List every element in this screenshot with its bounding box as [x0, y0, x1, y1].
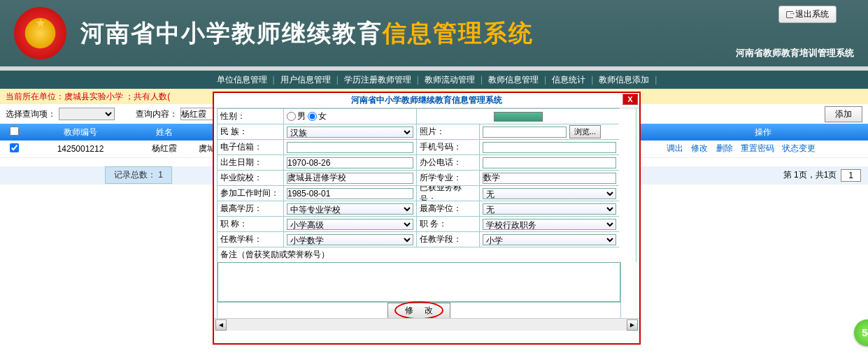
page-info: 第 1页，共1页 [783, 169, 837, 181]
office-label: 办公电话： [416, 154, 479, 170]
remark-area [217, 262, 621, 303]
photo-label: 照片： [416, 124, 479, 139]
degree-select[interactable]: 无 [483, 203, 616, 215]
edu-label: 最高学历： [217, 201, 283, 216]
add-button[interactable]: 添加 [825, 106, 862, 122]
gender-female-radio[interactable] [308, 112, 317, 121]
birth-input[interactable] [287, 157, 413, 168]
birth-label: 出生日期： [217, 154, 283, 170]
degree-label: 最高学位： [416, 201, 479, 216]
cell-ops: 调出 修改 删除 重置密码 状态变更 [658, 141, 868, 157]
record-count: 记录总数： 1 [105, 166, 172, 184]
form-grid: 性别： 男 女 民 族： 汉族 照片： 浏览... 电子信箱： 手机号码： 出生… [217, 108, 636, 262]
remark-label: 备注（曾获奖励或荣誉称号） [217, 247, 619, 262]
op-delete[interactable]: 删除 [716, 143, 733, 153]
grad-school-label: 毕业院校： [217, 170, 283, 185]
op-reset-pwd[interactable]: 重置密码 [741, 143, 774, 153]
op-status[interactable]: 状态变更 [782, 143, 816, 153]
cell-id: 1425001212 [28, 141, 133, 157]
work-date-input[interactable] [287, 188, 413, 199]
photo-preview [416, 108, 619, 124]
col-ops: 操作 [658, 124, 868, 141]
grad-school-input[interactable] [287, 173, 413, 184]
rank-select[interactable]: 小学高级 [287, 219, 413, 230]
nav-user-info[interactable]: 用户信息管理 [275, 74, 336, 86]
duty-select[interactable]: 学校行政职务 [483, 219, 616, 230]
modify-button[interactable]: 修 改 [387, 303, 450, 318]
stage-select[interactable]: 小学 [483, 234, 616, 245]
nav-edu-register[interactable]: 学历注册教师管理 [339, 74, 417, 86]
work-date-label: 参加工作时间： [217, 185, 283, 201]
remark-textarea[interactable] [218, 262, 620, 302]
nation-select[interactable]: 汉族 [287, 127, 413, 138]
modal-body: 性别： 男 女 民 族： 汉族 照片： 浏览... 电子信箱： 手机号码： 出生… [214, 108, 639, 318]
subject-select[interactable]: 小学数学 [287, 234, 413, 245]
app-header: 河南省中小学教师继续教育信息管理系统 河南省教师教育培训管理系统 退出系统 [0, 0, 868, 66]
photo-path-input[interactable] [483, 127, 567, 138]
gender-label: 性别： [217, 108, 283, 124]
col-id: 教师编号 [28, 124, 133, 141]
row-checkbox[interactable] [10, 143, 19, 152]
rank-label: 职 称： [217, 216, 283, 231]
title-got-select[interactable]: 无 [483, 188, 616, 199]
modal-scrollbar[interactable]: ◄ ► [214, 318, 639, 331]
edit-modal: 河南省中小学教师继续教育信息管理系统 X 性别： 男 女 民 族： 汉族 照片：… [213, 92, 641, 345]
app-subtitle: 河南省教师教育培训管理系统 [736, 47, 854, 59]
major-label: 所学专业： [416, 170, 479, 185]
scroll-left-icon[interactable]: ◄ [215, 319, 227, 331]
edu-select[interactable]: 中等专业学校 [287, 203, 413, 215]
nav-teacher-flow[interactable]: 教师流动管理 [419, 74, 481, 86]
logout-button[interactable]: 退出系统 [778, 6, 837, 23]
duty-label: 职 务： [416, 216, 479, 231]
email-input[interactable] [287, 142, 413, 153]
filter-select-label: 选择查询项： [6, 108, 56, 120]
major-input[interactable] [483, 173, 616, 184]
op-edit[interactable]: 修改 [691, 143, 708, 153]
float-badge[interactable]: 54 [854, 319, 868, 346]
nav-teacher-info[interactable]: 教师信息管理 [483, 74, 544, 86]
app-title: 河南省中小学教师继续教育信息管理系统 [80, 17, 534, 50]
modify-row: 修 改 [217, 303, 621, 318]
op-export[interactable]: 调出 [667, 143, 683, 153]
nav-stats[interactable]: 信息统计 [546, 74, 591, 86]
logout-icon [786, 11, 793, 18]
nav-unit-info[interactable]: 单位信息管理 [211, 74, 273, 86]
browse-button[interactable]: 浏览... [569, 125, 601, 138]
scroll-right-icon[interactable]: ► [627, 319, 638, 331]
page-number[interactable]: 1 [841, 169, 861, 182]
gender-radios: 男 女 [283, 108, 416, 124]
stage-label: 任教学段： [416, 231, 479, 247]
cell-name: 杨红霞 [133, 141, 196, 157]
filter-select[interactable] [59, 108, 115, 120]
gender-male-radio[interactable] [287, 112, 296, 121]
close-icon[interactable]: X [622, 94, 638, 105]
title-got-label: 已获业务称号： [416, 185, 479, 201]
mobile-label: 手机号码： [416, 139, 479, 154]
modal-title: 河南省中小学教师继续教育信息管理系统 X [214, 93, 639, 108]
nav-teacher-add[interactable]: 教师信息添加 [593, 74, 655, 86]
col-name: 姓名 [133, 124, 196, 141]
nation-label: 民 族： [217, 124, 283, 139]
main-nav: 单位信息管理| 用户信息管理| 学历注册教师管理| 教师流动管理| 教师信息管理… [0, 71, 868, 89]
subject-label: 任教学科： [217, 231, 283, 247]
filter-content-label: 查询内容： [136, 108, 178, 120]
national-emblem-icon [14, 7, 66, 59]
email-label: 电子信箱： [217, 139, 283, 154]
select-all-checkbox[interactable] [10, 127, 19, 136]
office-input[interactable] [483, 157, 616, 168]
mobile-input[interactable] [483, 142, 616, 153]
